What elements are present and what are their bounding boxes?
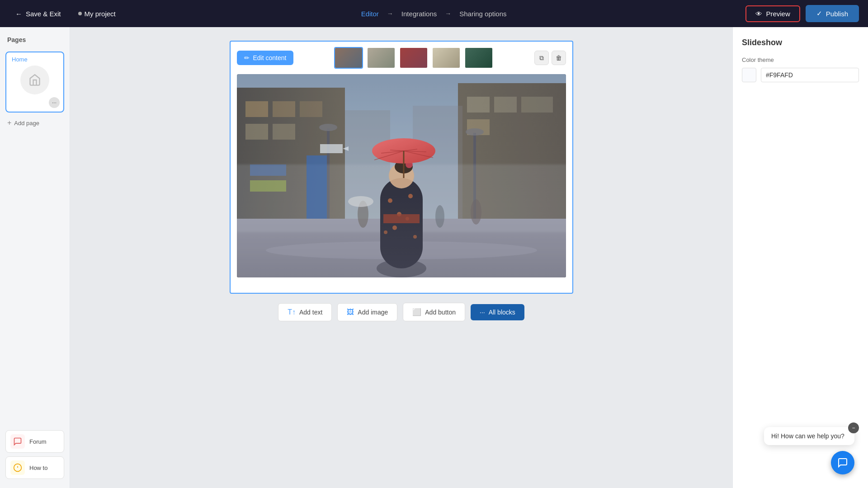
svg-rect-55 [237, 74, 566, 277]
canvas-toolbar: ✏ Edit content [231, 42, 572, 74]
canvas-area: ✏ Edit content [70, 27, 732, 488]
forum-icon [10, 434, 25, 449]
preview-button[interactable]: 👁 Preview [745, 5, 800, 22]
chat-icon [837, 457, 848, 468]
page-home-icon [20, 66, 49, 94]
thumb-4[interactable] [432, 47, 461, 69]
arrow-icon-2: → [445, 10, 451, 17]
main-image [237, 74, 566, 277]
page-more-button[interactable]: ··· [49, 97, 60, 108]
dots-icon: ··· [480, 309, 485, 316]
pages-title: Pages [5, 36, 64, 43]
color-theme-label: Color theme [742, 56, 859, 63]
edit-content-label: Edit content [253, 54, 287, 61]
thumb-3[interactable] [399, 47, 428, 69]
add-image-button[interactable]: 🖼 Add image [337, 303, 397, 321]
nav-right: 👁 Preview ✓ Publish [745, 5, 859, 22]
howto-icon [10, 460, 25, 475]
image-icon: 🖼 [347, 308, 354, 316]
nav-steps: Editor → Integrations → Sharing options [357, 7, 511, 20]
arrow-icon-1: → [387, 10, 393, 17]
step-integrations[interactable]: Integrations [397, 7, 441, 20]
publish-label: Publish [826, 10, 848, 18]
sidebar: Pages Home ··· + Add page [0, 27, 70, 488]
japan-scene [237, 74, 566, 277]
forum-label: Forum [29, 438, 47, 445]
color-value-input[interactable] [761, 68, 859, 82]
pencil-icon: ✏ [244, 54, 250, 61]
slideshow-thumbnails [334, 47, 493, 69]
project-name-display: My project [72, 6, 122, 21]
chat-close-button[interactable]: − [848, 422, 859, 433]
edit-content-button[interactable]: ✏ Edit content [237, 51, 294, 65]
delete-block-button[interactable]: 🗑 [552, 51, 566, 65]
save-exit-label: Save & Exit [26, 10, 61, 18]
add-page-button[interactable]: + Add page [5, 117, 64, 129]
trash-icon: 🗑 [556, 54, 562, 61]
all-blocks-button[interactable]: ··· All blocks [471, 304, 524, 320]
page-home-label: Home [10, 56, 28, 63]
all-blocks-label: All blocks [489, 309, 515, 316]
project-name-label: My project [85, 10, 116, 18]
color-swatch[interactable] [742, 68, 756, 82]
canvas-container: ✏ Edit content [230, 41, 573, 294]
project-dot-icon [78, 12, 82, 15]
top-navigation: ← Save & Exit My project Editor → Integr… [0, 0, 868, 27]
add-text-label: Add text [299, 309, 322, 316]
check-icon: ✓ [816, 9, 822, 18]
eye-icon: 👁 [755, 10, 762, 18]
plus-icon: + [7, 119, 11, 127]
canvas-actions: ⧉ 🗑 [534, 51, 566, 65]
add-blocks-bar: T↑ Add text 🖼 Add image ⬜ Add button ···… [278, 294, 524, 326]
text-icon: T↑ [288, 308, 296, 316]
add-button-button[interactable]: ⬜ Add button [403, 303, 465, 321]
step-editor[interactable]: Editor [357, 7, 383, 20]
button-icon: ⬜ [412, 308, 421, 316]
page-card-home[interactable]: Home ··· [5, 52, 64, 113]
sidebar-item-howto[interactable]: How to [5, 456, 64, 479]
nav-left: ← Save & Exit My project [9, 6, 122, 21]
sidebar-bottom: Forum How to [5, 430, 64, 479]
chat-preview-text: Hi! How can we help you? [771, 432, 844, 440]
publish-button[interactable]: ✓ Publish [806, 5, 859, 22]
thumb-2[interactable] [367, 47, 396, 69]
panel-title: Slideshow [742, 38, 859, 47]
thumb-1[interactable] [334, 47, 363, 69]
add-image-label: Add image [358, 309, 388, 316]
back-arrow-icon: ← [15, 10, 22, 18]
step-sharing[interactable]: Sharing options [455, 7, 511, 20]
chat-preview-bubble: − Hi! How can we help you? [764, 427, 854, 445]
add-button-label: Add button [425, 309, 456, 316]
howto-label: How to [29, 465, 47, 471]
copy-block-button[interactable]: ⧉ [534, 51, 549, 65]
main-layout: Pages Home ··· + Add page [0, 27, 868, 488]
right-panel: Slideshow Color theme [732, 27, 868, 488]
thumb-5[interactable] [464, 47, 493, 69]
add-page-label: Add page [14, 120, 39, 127]
preview-label: Preview [766, 10, 790, 18]
sidebar-item-forum[interactable]: Forum [5, 430, 64, 453]
chat-widget: − Hi! How can we help you? [831, 451, 854, 474]
chat-open-button[interactable] [831, 451, 854, 474]
add-text-button[interactable]: T↑ Add text [278, 303, 332, 321]
color-theme-row [742, 68, 859, 82]
copy-icon: ⧉ [539, 54, 544, 62]
save-exit-button[interactable]: ← Save & Exit [9, 6, 67, 21]
